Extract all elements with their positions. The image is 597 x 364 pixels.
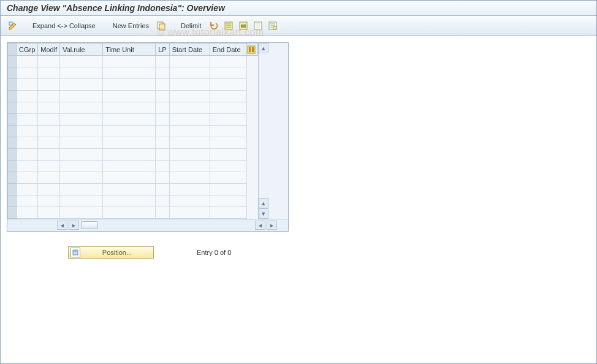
cell-valrule[interactable] <box>60 161 103 172</box>
cell-enddate[interactable] <box>210 207 246 219</box>
select-block-icon[interactable] <box>237 20 249 32</box>
cell-startdate[interactable] <box>169 149 210 161</box>
cell-enddate[interactable] <box>210 91 246 102</box>
cell-modif[interactable] <box>38 126 60 137</box>
cell-modif[interactable] <box>38 114 60 126</box>
cell-cgrp[interactable] <box>17 172 38 184</box>
cell-modif[interactable] <box>38 149 60 161</box>
cell-lp[interactable] <box>156 137 169 149</box>
cell-timeunit[interactable] <box>103 195 156 207</box>
row-selector[interactable] <box>8 126 17 137</box>
cell-cgrp[interactable] <box>17 195 38 207</box>
cell-timeunit[interactable] <box>103 126 156 137</box>
cell-enddate[interactable] <box>210 67 246 79</box>
cell-timeunit[interactable] <box>103 161 156 172</box>
cell-cgrp[interactable] <box>17 79 38 91</box>
cell-valrule[interactable] <box>60 184 103 195</box>
scroll-track-vertical[interactable] <box>259 53 268 198</box>
cell-enddate[interactable] <box>210 126 246 137</box>
cell-valrule[interactable] <box>60 67 103 79</box>
copy-as-icon[interactable] <box>155 20 167 32</box>
cell-cgrp[interactable] <box>17 137 38 149</box>
cell-lp[interactable] <box>156 79 169 91</box>
cell-timeunit[interactable] <box>103 184 156 195</box>
cell-enddate[interactable] <box>210 184 246 195</box>
cell-cgrp[interactable] <box>17 149 38 161</box>
cell-timeunit[interactable] <box>103 67 156 79</box>
cell-cgrp[interactable] <box>17 114 38 126</box>
cell-cgrp[interactable] <box>17 184 38 195</box>
cell-modif[interactable] <box>38 161 60 172</box>
expand-collapse-button[interactable]: Expand <-> Collapse <box>29 21 99 31</box>
cell-startdate[interactable] <box>169 172 210 184</box>
select-all-icon[interactable] <box>222 20 235 32</box>
cell-modif[interactable] <box>38 91 60 102</box>
position-button[interactable]: Position... <box>68 246 154 259</box>
col-header-cgrp[interactable]: CGrp <box>17 44 38 56</box>
cell-enddate[interactable] <box>210 114 246 126</box>
row-selector[interactable] <box>8 91 17 102</box>
cell-valrule[interactable] <box>60 195 103 207</box>
scroll-right-button[interactable]: ► <box>69 221 79 230</box>
cell-startdate[interactable] <box>169 137 210 149</box>
cell-lp[interactable] <box>156 172 169 184</box>
row-selector[interactable] <box>8 184 17 195</box>
cell-startdate[interactable] <box>169 56 210 67</box>
deselect-all-icon[interactable] <box>252 20 264 32</box>
row-selector[interactable] <box>8 195 17 207</box>
cell-lp[interactable] <box>156 184 169 195</box>
data-table[interactable]: CGrpModifVal.ruleTime UnitLPStart DateEn… <box>7 43 258 219</box>
cell-enddate[interactable] <box>210 195 246 207</box>
cell-startdate[interactable] <box>169 161 210 172</box>
scroll-up-button[interactable]: ▲ <box>259 43 268 53</box>
cell-lp[interactable] <box>156 161 169 172</box>
cell-modif[interactable] <box>38 102 60 114</box>
cell-lp[interactable] <box>156 149 169 161</box>
cell-startdate[interactable] <box>169 207 210 219</box>
scroll-up-step-button[interactable]: ▲ <box>259 198 268 208</box>
row-selector[interactable] <box>8 114 17 126</box>
cell-valrule[interactable] <box>60 172 103 184</box>
delimit-button[interactable]: Delimit <box>177 21 205 31</box>
undo-change-icon[interactable] <box>208 20 220 32</box>
scroll-left-button[interactable]: ◄ <box>57 221 67 230</box>
cell-enddate[interactable] <box>210 79 246 91</box>
scroll-right-end-button[interactable]: ► <box>267 221 277 230</box>
cell-cgrp[interactable] <box>17 102 38 114</box>
row-selector[interactable] <box>8 102 17 114</box>
cell-timeunit[interactable] <box>103 114 156 126</box>
cell-valrule[interactable] <box>60 207 103 219</box>
cell-timeunit[interactable] <box>103 137 156 149</box>
cell-timeunit[interactable] <box>103 91 156 102</box>
cell-lp[interactable] <box>156 91 169 102</box>
cell-valrule[interactable] <box>60 114 103 126</box>
cell-modif[interactable] <box>38 137 60 149</box>
cell-startdate[interactable] <box>169 91 210 102</box>
configure-columns-button[interactable] <box>246 44 257 56</box>
print-icon[interactable] <box>267 20 279 32</box>
row-selector[interactable] <box>8 67 17 79</box>
cell-timeunit[interactable] <box>103 102 156 114</box>
cell-modif[interactable] <box>38 207 60 219</box>
cell-cgrp[interactable] <box>17 126 38 137</box>
col-header-startdate[interactable]: Start Date <box>169 44 210 56</box>
cell-cgrp[interactable] <box>17 207 38 219</box>
vertical-scrollbar[interactable]: ▲ ▲ ▼ <box>258 43 268 219</box>
cell-lp[interactable] <box>156 56 169 67</box>
cell-modif[interactable] <box>38 67 60 79</box>
cell-enddate[interactable] <box>210 137 246 149</box>
cell-cgrp[interactable] <box>17 56 38 67</box>
row-selector[interactable] <box>8 149 17 161</box>
cell-startdate[interactable] <box>169 184 210 195</box>
cell-timeunit[interactable] <box>103 56 156 67</box>
col-header-modif[interactable]: Modif <box>38 44 60 56</box>
row-selector[interactable] <box>8 207 17 219</box>
col-header-lp[interactable]: LP <box>156 44 169 56</box>
new-entries-button[interactable]: New Entries <box>109 21 153 31</box>
cell-lp[interactable] <box>156 67 169 79</box>
cell-valrule[interactable] <box>60 56 103 67</box>
col-header-valrule[interactable]: Val.rule <box>60 44 103 56</box>
scroll-down-button[interactable]: ▼ <box>259 208 268 219</box>
row-selector[interactable] <box>8 56 17 67</box>
cell-lp[interactable] <box>156 126 169 137</box>
